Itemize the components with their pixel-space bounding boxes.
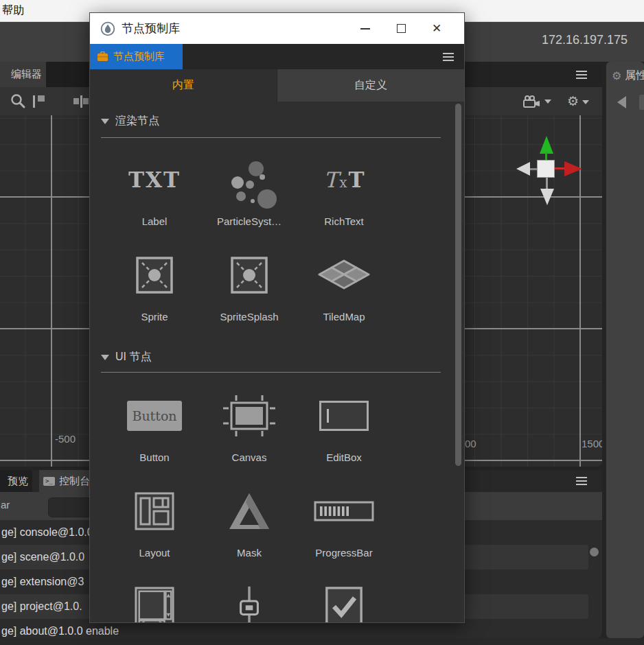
node-prefab-dialog: 节点预制库 ✕ 节点预制库 内置 自定义 渲染节点TXTLabelParticl… (89, 12, 465, 623)
screen: 帮助 172.16.197.175 编辑器 ⚙ -500 (0, 0, 644, 645)
prefab-sections: 渲染节点TXTLabelParticleSyst…TxTRichTextSpri… (90, 102, 464, 623)
prefab-icon-wrap (297, 480, 391, 543)
toggle-icon (324, 586, 364, 623)
dialog-tabs: 内置 自定义 (90, 69, 464, 102)
gizmo-right-arrow[interactable] (564, 161, 582, 176)
dialog-scrollbar-thumb[interactable] (455, 104, 461, 466)
tiledmap-icon (318, 259, 370, 291)
console-menu-icon[interactable] (576, 477, 587, 485)
section-collapse-icon[interactable] (101, 355, 109, 360)
prefab-icon-wrap: Button (107, 384, 202, 447)
prefab-icon-wrap: TXT (107, 148, 202, 211)
dialog-panel-tab[interactable]: 节点预制库 (90, 44, 183, 69)
prefab-item[interactable] (297, 575, 391, 623)
prefab-item[interactable]: Mask (202, 480, 297, 575)
prefab-item[interactable]: EditBox (297, 384, 391, 480)
prefab-item[interactable]: Sprite (107, 244, 202, 339)
section-header[interactable]: 渲染节点 (101, 114, 159, 128)
prefab-item-label: ProgressBar (315, 547, 372, 559)
prefab-item[interactable]: TxTRichText (297, 148, 391, 244)
gizmo-left-arrow[interactable] (516, 162, 530, 176)
section-title: 渲染节点 (115, 114, 159, 128)
device-ip-label: 172.16.197.175 (542, 33, 628, 47)
chevron-down-icon (582, 100, 589, 104)
prefab-icon-wrap (107, 575, 202, 623)
align-left-edge-icon[interactable] (32, 95, 47, 108)
prefab-item[interactable] (202, 575, 297, 623)
gizmo-up-arrow[interactable] (540, 136, 553, 154)
briefcase-icon (97, 51, 108, 62)
tab-preview[interactable]: 预览 (0, 470, 32, 492)
progressbar-icon (314, 501, 374, 521)
clear-button-partial[interactable]: ar (1, 499, 10, 511)
prefab-item[interactable]: Layout (107, 480, 202, 575)
prefab-item-label: Button (139, 452, 169, 463)
section-collapse-icon[interactable] (101, 119, 109, 124)
scrollview-icon (133, 586, 176, 623)
align-center-icon[interactable] (73, 95, 89, 108)
sprite-icon (229, 255, 269, 295)
gear-icon: ⚙ (612, 69, 621, 82)
prefab-item[interactable]: Canvas (202, 384, 297, 480)
prefab-item[interactable]: TiledMap (297, 244, 391, 339)
prefab-item[interactable]: ButtonButton (107, 384, 202, 480)
prefab-item[interactable]: SpriteSplash (202, 244, 297, 339)
prefab-item[interactable]: TXTLabel (107, 148, 202, 244)
prefab-icon-wrap: TxT (297, 148, 391, 211)
camera-view-dropdown[interactable] (523, 95, 551, 108)
tab-builtin[interactable]: 内置 (90, 69, 277, 102)
tab-editor[interactable]: 编辑器 (0, 62, 46, 87)
prefab-item[interactable]: ParticleSyst… (202, 148, 297, 244)
prefab-icon-wrap (202, 575, 297, 623)
grid-label: 1500 (582, 438, 602, 449)
grid-label: 00 (465, 438, 476, 449)
gizmo-left-stem (530, 168, 537, 170)
prefab-grid: ButtonButtonCanvasEditBoxLayoutMaskProgr… (107, 384, 391, 623)
gear-dropdown[interactable]: ⚙ (567, 93, 589, 109)
scene-panel-menu-icon[interactable] (576, 71, 587, 79)
prefab-icon-wrap (297, 575, 391, 623)
log-text: ge] project@1.0. (1, 600, 82, 613)
prefab-item-label: SpriteSplash (220, 311, 278, 322)
editbox-icon (319, 401, 369, 431)
particles-icon (225, 156, 273, 204)
menu-item-help[interactable]: 帮助 (0, 3, 28, 18)
label-txt-icon: TXT (128, 167, 181, 192)
prefab-icon-wrap (297, 244, 391, 307)
search-icon[interactable] (10, 93, 26, 112)
dialog-menu-icon[interactable] (443, 53, 454, 61)
prefab-item-label: Mask (237, 547, 262, 559)
gizmo-down-arrow[interactable] (540, 189, 554, 205)
maximize-icon (397, 24, 406, 33)
clipped-widget (639, 95, 644, 110)
prefab-item[interactable]: ProgressBar (297, 480, 391, 575)
editor-tab-slot (46, 62, 89, 87)
tab-custom[interactable]: 自定义 (277, 69, 464, 102)
gizmo-center-handle[interactable] (537, 160, 555, 178)
layout-icon (134, 491, 175, 531)
maximize-button[interactable] (383, 13, 419, 44)
section-header[interactable]: UI 节点 (101, 350, 151, 364)
back-arrow-icon[interactable] (617, 96, 626, 108)
dialog-panel-tab-label: 节点预制库 (113, 50, 165, 63)
terminal-icon: >_ (43, 477, 55, 486)
close-button[interactable]: ✕ (419, 13, 455, 44)
prefab-icon-wrap (297, 384, 391, 447)
sprite-icon (135, 255, 174, 295)
log-text: ge] extension@3 (1, 576, 84, 588)
minimize-button[interactable] (347, 13, 383, 44)
grid-major-line (51, 115, 52, 467)
prefab-grid: TXTLabelParticleSyst…TxTRichTextSpriteSp… (107, 148, 391, 339)
prefab-item-label: Label (142, 215, 168, 227)
slider-icon (237, 585, 262, 623)
gizmo-up-stem (545, 152, 547, 160)
prefab-icon-wrap (202, 384, 297, 447)
properties-panel: ⚙ 属性 (606, 62, 644, 638)
dialog-title: 节点预制库 (122, 21, 180, 36)
button-icon: Button (127, 401, 182, 431)
dialog-titlebar[interactable]: 节点预制库 ✕ (90, 13, 464, 44)
prefab-item[interactable] (107, 575, 202, 623)
prefab-icon-wrap (202, 480, 297, 543)
log-text: ge] console@1.0.0 (1, 526, 93, 539)
console-scrollbar-thumb[interactable] (590, 548, 599, 556)
